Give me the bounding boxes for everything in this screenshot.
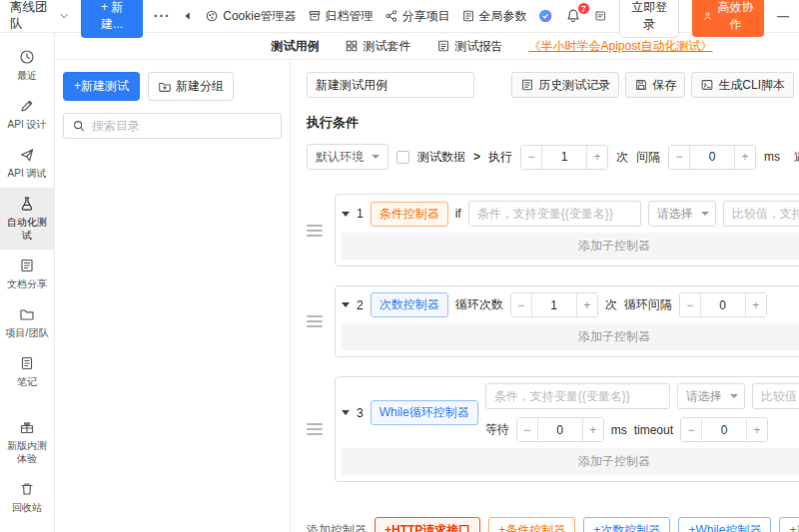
person-icon [702, 9, 713, 23]
loop-interval-value[interactable]: 0 [700, 293, 746, 316]
controller-row: 1 条件控制器 if 请选择 [307, 194, 799, 266]
top-bar: 离线团队 + 新建... ··· Cookie管理器 归档管理 分享项目 全局参… [0, 0, 799, 33]
collapse-caret-icon[interactable] [342, 212, 350, 217]
add-wait-controller-button[interactable]: +等待控制器 [779, 517, 799, 532]
sidebar-item-recent[interactable]: 最近 [0, 41, 54, 90]
minimize-button[interactable]: — [777, 9, 789, 23]
operator-select[interactable]: 请选择 [677, 383, 745, 409]
timeout-value[interactable]: 0 [701, 418, 747, 441]
add-http-request-button[interactable]: +HTTP请求接口 [375, 517, 480, 532]
add-child-controller-button[interactable]: 添加子控制器 [342, 448, 799, 475]
loop-controller-card: 2 次数控制器 循环次数 − 1 + 次 循环间隔 [335, 285, 799, 357]
increment-button[interactable]: + [746, 293, 766, 316]
increment-button[interactable]: + [747, 418, 767, 441]
share-project-button[interactable]: 分享项目 [385, 8, 450, 25]
document-share-icon [19, 258, 35, 273]
collab-button[interactable]: 高效协作 [692, 0, 764, 37]
condition-input[interactable] [468, 201, 641, 227]
sidebar-item-project-team[interactable]: 项目/团队 [0, 298, 54, 347]
increment-button[interactable]: + [583, 418, 603, 441]
controller-row: 2 次数控制器 循环次数 − 1 + 次 循环间隔 [307, 285, 799, 357]
decrement-button[interactable]: − [511, 293, 531, 316]
team-selector[interactable]: 离线团队 [10, 0, 70, 33]
sidebar-item-trash[interactable]: 回收站 [0, 473, 54, 522]
decrement-button[interactable]: − [680, 293, 700, 316]
add-while-controller-button[interactable]: +While控制器 [678, 517, 771, 532]
rail-spacer [0, 396, 54, 411]
share-project-label: 分享项目 [402, 8, 450, 25]
archive-manager-label: 归档管理 [326, 8, 374, 25]
history-icon [520, 78, 534, 92]
global-params-button[interactable]: 全局参数 [461, 8, 527, 25]
back-icon[interactable] [182, 9, 194, 23]
sidebar-item-api-design[interactable]: API 设计 [0, 90, 54, 139]
decrement-button[interactable]: − [517, 418, 537, 441]
exec-condition-title: 执行条件 [307, 114, 799, 132]
archive-manager-button[interactable]: 归档管理 [308, 8, 374, 25]
sidebar-label: API 设计 [8, 118, 47, 131]
test-data-checkbox[interactable] [397, 151, 409, 164]
drag-handle-icon[interactable] [307, 315, 323, 327]
sidebar-item-doc-share[interactable]: 文档分享 [0, 250, 54, 298]
sidebar-item-automation-test[interactable]: 自动化测试 [0, 188, 54, 250]
increment-button[interactable]: + [577, 293, 597, 316]
sidebar-item-notes[interactable]: 笔记 [0, 347, 54, 396]
interval-value[interactable]: 0 [689, 146, 735, 169]
sidebar-item-beta[interactable]: 新版内测体验 [0, 411, 54, 473]
new-group-button[interactable]: 新建分组 [148, 72, 234, 101]
compare-value-input[interactable] [723, 201, 799, 227]
condition-controller-card: 1 条件控制器 if 请选择 [335, 194, 799, 266]
more-menu-button[interactable]: ··· [154, 8, 171, 24]
chevron-right-icon[interactable]: > [473, 150, 480, 164]
controller-row: 3 While循环控制器 请选择 [307, 376, 799, 482]
new-test-button[interactable]: +新建测试 [63, 72, 140, 101]
wait-value[interactable]: 0 [537, 418, 583, 441]
sidebar-label: 最近 [17, 69, 37, 82]
feedback-icon[interactable] [594, 8, 607, 24]
decrement-button[interactable]: − [521, 146, 541, 169]
sidebar-item-api-debug[interactable]: API 调试 [0, 139, 54, 188]
drag-handle-icon[interactable] [307, 225, 323, 237]
environment-select[interactable]: 默认环境 [307, 144, 389, 170]
cookie-manager-button[interactable]: Cookie管理器 [205, 8, 296, 25]
tutorial-link[interactable]: 《半小时学会Apipost自动化测试》 [528, 38, 712, 55]
increment-button[interactable]: + [587, 146, 607, 169]
search-input[interactable] [92, 119, 273, 133]
app-window: 离线团队 + 新建... ··· Cookie管理器 归档管理 分享项目 全局参… [0, 0, 799, 532]
decrement-button[interactable]: − [681, 418, 701, 441]
tab-label: 测试报告 [454, 38, 502, 55]
tab-test-suite[interactable]: 测试套件 [345, 38, 410, 55]
notifications-button[interactable]: 7 [565, 8, 581, 24]
history-button[interactable]: 历史测试记录 [511, 72, 619, 98]
drag-handle-icon[interactable] [307, 423, 323, 435]
add-child-controller-button[interactable]: 添加子控制器 [342, 323, 799, 350]
add-child-controller-button[interactable]: 添加子控制器 [342, 233, 799, 260]
while-condition-line: 请选择 [485, 383, 799, 409]
collapse-caret-icon[interactable] [342, 410, 350, 415]
collapse-caret-icon[interactable] [342, 302, 350, 307]
run-label: 执行 [488, 149, 512, 166]
tab-test-case[interactable]: 测试用例 [271, 38, 319, 55]
chevron-down-icon [701, 212, 709, 216]
generate-cli-button[interactable]: 生成CLI脚本 [691, 72, 794, 98]
tab-test-report[interactable]: 测试报告 [436, 38, 502, 55]
add-loop-controller-button[interactable]: +次数控制器 [583, 517, 670, 532]
generate-cli-label: 生成CLI脚本 [718, 77, 785, 94]
controller-header: 2 次数控制器 循环次数 − 1 + 次 循环间隔 [342, 292, 799, 317]
increment-button[interactable]: + [735, 146, 755, 169]
compare-value-input[interactable] [752, 383, 799, 409]
case-name-input[interactable] [307, 72, 474, 98]
loop-count-value[interactable]: 1 [531, 293, 577, 316]
controller-number: 2 [357, 298, 364, 312]
decrement-button[interactable]: − [669, 146, 689, 169]
loop-count-stepper: − 1 + [510, 292, 598, 317]
save-button[interactable]: 保存 [625, 72, 685, 98]
upgrade-gradient-icon[interactable] [538, 7, 552, 25]
add-controller-bar: 添加控制器 +HTTP请求接口 +条件控制器 +次数控制器 +While控制器 … [307, 517, 799, 532]
condition-input[interactable] [485, 383, 670, 409]
run-count-value[interactable]: 1 [541, 146, 587, 169]
operator-select[interactable]: 请选择 [648, 201, 716, 227]
tabs-bar: 测试用例 测试套件 测试报告 《半小时学会Apipost自动化测试》 [55, 33, 799, 60]
notification-count-badge: 7 [577, 2, 590, 15]
add-condition-controller-button[interactable]: +条件控制器 [488, 517, 575, 532]
